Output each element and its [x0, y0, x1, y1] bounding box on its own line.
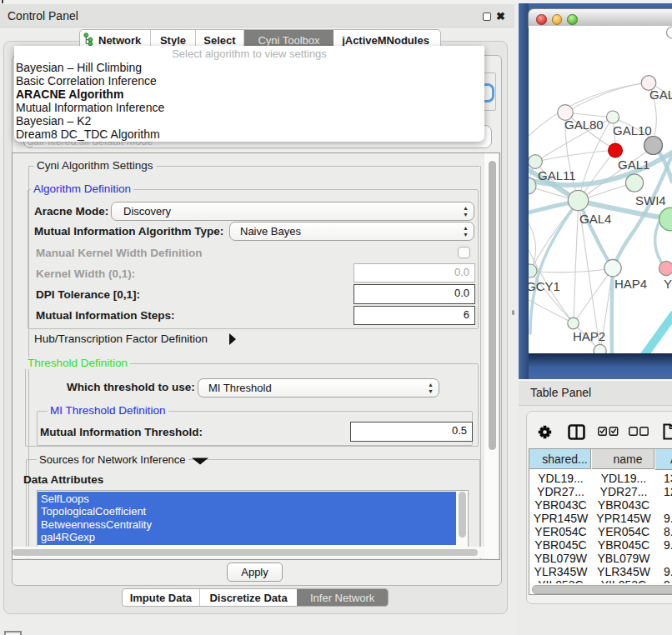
svg-text:SWI4: SWI4 — [635, 193, 666, 208]
svg-text:GAL1: GAL1 — [618, 158, 649, 172]
svg-text:GAL2: GAL2 — [649, 88, 672, 102]
svg-text:HAP2: HAP2 — [573, 329, 605, 343]
svg-text:Y: Y — [664, 277, 672, 291]
svg-text:GCY1: GCY1 — [529, 279, 560, 293]
svg-text:HAP4: HAP4 — [614, 277, 647, 291]
svg-text:GAL80: GAL80 — [564, 118, 604, 132]
svg-text:GAL10: GAL10 — [613, 123, 652, 138]
svg-text:GAL11: GAL11 — [538, 168, 576, 182]
svg-text:GAL4: GAL4 — [579, 212, 611, 226]
